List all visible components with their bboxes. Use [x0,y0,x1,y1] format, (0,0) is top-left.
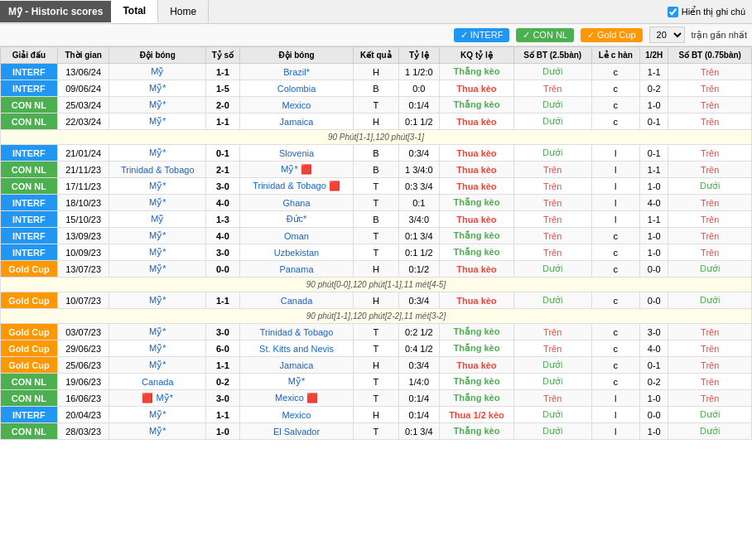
cell-date: 29/06/23 [57,340,109,357]
cell-team2[interactable]: Trinidad & Tobago [239,324,353,340]
cell-team1[interactable]: Mỹ* [109,292,206,309]
note-text: 90 phút[0-0],120 phút[1-1],11 mét[4-5] [1,278,752,292]
show-notes-toggle[interactable]: Hiển thị ghi chú [661,3,752,21]
cell-team2[interactable]: Mexico [239,97,353,113]
cell-sobt2: Trên [668,390,752,407]
cell-sobt2: Trên [668,162,752,178]
cell-result: H [354,113,398,130]
cell-team2[interactable]: Brazil* [239,64,353,80]
nearest-label: trận gần nhất [692,30,747,41]
count-select[interactable]: 20 10 30 [649,27,685,43]
cell-team1[interactable]: Mỹ [109,64,206,80]
cell-team1[interactable]: Trinidad & Tobago [109,162,206,178]
tab-home[interactable]: Home [158,1,209,22]
cell-sobt2: Trên [668,357,752,374]
cell-team2[interactable]: Colombia [239,80,353,97]
cell-team2[interactable]: Mỹ* 🟥 [239,162,353,178]
cell-half: 1-0 [640,244,668,261]
cell-team2[interactable]: St. Kitts and Nevis [239,340,353,357]
cell-team2[interactable]: Mexico 🟥 [239,390,353,407]
cell-team2[interactable]: Uzbekistan [239,244,353,261]
cell-sobt1: Dưới [513,374,591,390]
cell-team2[interactable]: El Salvador [239,423,353,440]
table-row: Gold Cup 25/06/23 Mỹ* 1-1 Jamaica H 0:3/… [1,357,752,374]
note-text: 90 Phút[1-1],120 phút[3-1] [1,130,752,145]
cell-kq: Thua kèo [440,113,514,130]
note-row: 90 Phút[1-1],120 phút[3-1] [1,130,752,145]
cell-score: 3-0 [206,390,240,407]
cell-type: INTERF [1,145,58,162]
filter-connl[interactable]: ✓ CON NL [516,28,574,42]
cell-result: B [354,145,398,162]
cell-kq: Thắng kèo [440,228,514,244]
cell-ratio: 1/4:0 [398,374,440,390]
cell-score: 1-3 [206,211,240,228]
cell-score: 6-0 [206,340,240,357]
filter-goldcup[interactable]: ✓ Gold Cup [581,28,643,42]
cell-team2[interactable]: Slovenia [239,145,353,162]
col-ty-le: Tỷ lệ [398,47,440,64]
show-notes-checkbox[interactable] [668,7,678,17]
scores-table-container: Giải đấu Thời gian Đội bóng Tỷ số Đội bó… [0,46,752,440]
cell-result: T [354,97,398,113]
cell-team1[interactable]: Mỹ* [109,261,206,278]
table-row: INTERF 13/06/24 Mỹ 1-1 Brazil* H 1 1/2:0… [1,64,752,80]
tab-total[interactable]: Total [111,0,158,23]
cell-team2[interactable]: Ghana [239,195,353,211]
cell-type: Gold Cup [1,340,58,357]
table-row: INTERF 15/10/23 Mỹ 1-3 Đức* B 3/4:0 Thua… [1,211,752,228]
cell-team2[interactable]: Mỹ* [239,374,353,390]
cell-team1[interactable]: Mỹ* [109,423,206,440]
cell-team2[interactable]: Trinidad & Tobago 🟥 [239,178,353,195]
cell-team1[interactable]: Mỹ* [109,340,206,357]
cell-result: H [354,64,398,80]
cell-half: 0-0 [640,292,668,309]
cell-sobt2: Trên [668,195,752,211]
table-row: INTERF 20/04/23 Mỹ* 1-1 Mexico H 0:1/4 T… [1,407,752,423]
cell-team1[interactable]: Mỹ* [109,178,206,195]
cell-team2[interactable]: Jamaica [239,357,353,374]
cell-team1[interactable]: Canada [109,374,206,390]
cell-result: T [354,390,398,407]
cell-half: 0-1 [640,357,668,374]
cell-team2[interactable]: Jamaica [239,113,353,130]
cell-team1[interactable]: Mỹ* [109,228,206,244]
cell-team1[interactable]: Mỹ* [109,97,206,113]
cell-team1[interactable]: Mỹ* [109,113,206,130]
cell-kq: Thắng kèo [440,97,514,113]
cell-team2[interactable]: Đức* [239,211,353,228]
cell-team2[interactable]: Mexico [239,407,353,423]
cell-team1[interactable]: Mỹ* [109,244,206,261]
cell-team1[interactable]: Mỹ* [109,80,206,97]
cell-result: T [354,324,398,340]
cell-team1[interactable]: Mỹ* [109,407,206,423]
cell-sobt1: Trên [513,211,591,228]
cell-sobt1: Trên [513,340,591,357]
cell-team2[interactable]: Oman [239,228,353,244]
cell-result: B [354,162,398,178]
cell-kq: Thua kèo [440,80,514,97]
cell-team1[interactable]: Mỹ* [109,195,206,211]
cell-type: INTERF [1,244,58,261]
cell-score: 2-0 [206,97,240,113]
cell-sobt1: Dưới [513,261,591,278]
cell-sobt2: Trên [668,324,752,340]
cell-team1[interactable]: Mỹ [109,211,206,228]
cell-team1[interactable]: Mỹ* [109,324,206,340]
cell-team2[interactable]: Panama [239,261,353,278]
table-row: Gold Cup 13/07/23 Mỹ* 0-0 Panama H 0:1/2… [1,261,752,278]
cell-date: 25/03/24 [57,97,109,113]
filter-interf[interactable]: ✓ INTERF [454,28,510,42]
cell-sobt2: Trên [668,113,752,130]
cell-team2[interactable]: Canada [239,292,353,309]
cell-team1[interactable]: 🟥 Mỹ* [109,390,206,407]
cell-result: T [354,178,398,195]
cell-date: 21/01/24 [57,145,109,162]
cell-team1[interactable]: Mỹ* [109,357,206,374]
cell-date: 20/04/23 [57,407,109,423]
cell-type: Gold Cup [1,357,58,374]
cell-ratio: 0:1 1/2 [398,244,440,261]
cell-team1[interactable]: Mỹ* [109,145,206,162]
cell-sobt2: Trên [668,211,752,228]
cell-date: 18/10/23 [57,195,109,211]
